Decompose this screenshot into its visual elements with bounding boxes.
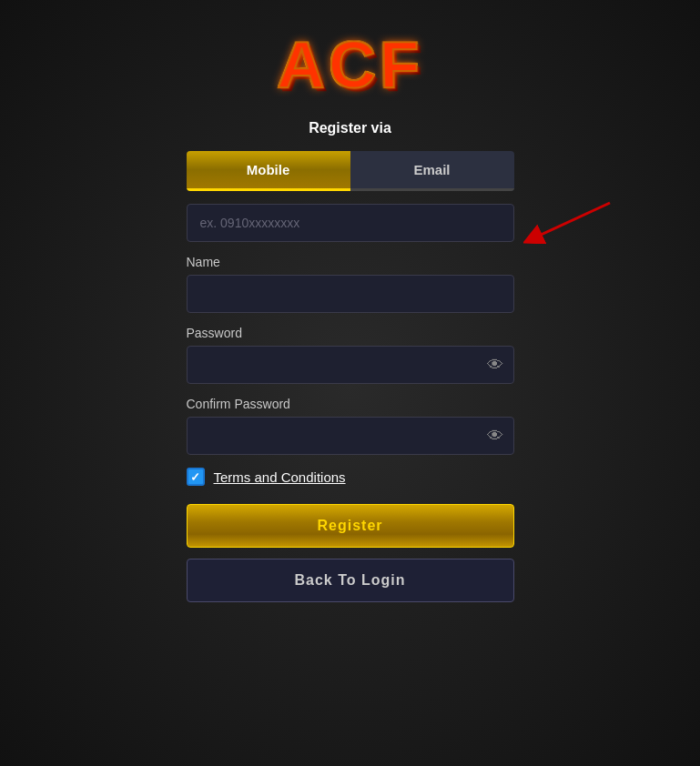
confirm-password-wrapper: 👁 (187, 417, 514, 455)
terms-checkbox[interactable] (187, 468, 205, 486)
tabs-row: Mobile Email (187, 151, 514, 191)
register-title: Register via (309, 120, 391, 136)
confirm-password-eye-icon[interactable]: 👁 (487, 428, 503, 444)
tab-mobile[interactable]: Mobile (187, 151, 350, 191)
password-input[interactable] (187, 346, 514, 384)
tab-email[interactable]: Email (350, 151, 514, 191)
register-button[interactable]: Register (187, 504, 514, 548)
name-label: Name (187, 255, 514, 269)
arrow-annotation (523, 198, 614, 244)
svg-line-1 (537, 203, 610, 237)
password-label: Password (187, 326, 514, 340)
terms-row: Terms and Conditions (187, 468, 514, 486)
password-wrapper: 👁 (187, 346, 514, 384)
back-to-login-button[interactable]: Back To Login (187, 559, 514, 602)
password-eye-icon[interactable]: 👁 (487, 357, 503, 373)
logo-text: ACF (276, 28, 424, 103)
confirm-password-input[interactable] (187, 417, 514, 455)
form-container: Mobile Email Name Password 👁 Confirm Pas… (187, 151, 514, 602)
logo-container: ACF (278, 27, 423, 102)
name-input[interactable] (187, 275, 514, 313)
terms-link[interactable]: Terms and Conditions (214, 469, 346, 485)
confirm-password-label: Confirm Password (187, 397, 514, 411)
mobile-input[interactable] (187, 204, 514, 242)
